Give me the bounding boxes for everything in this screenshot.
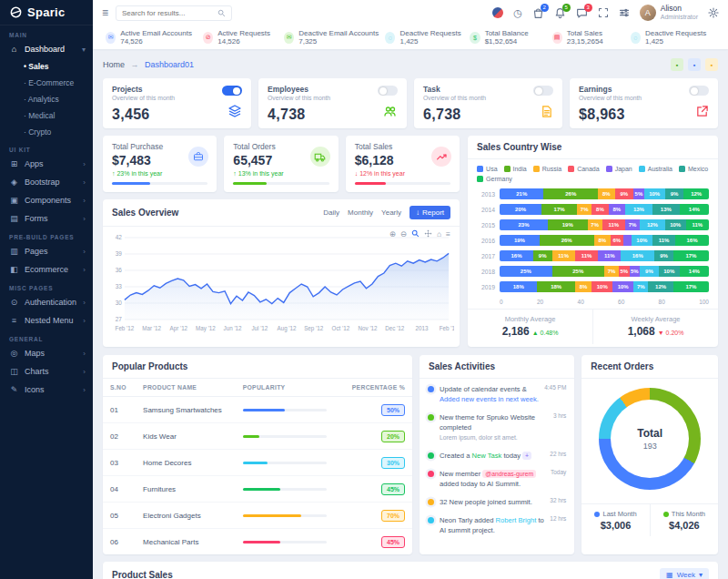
gear-icon[interactable] [708,7,719,18]
sales-overview-chart[interactable]: 423936333027Feb '12Mar '12Apr '12May '12… [108,229,454,343]
activity-badge[interactable]: @andreas-gurem [482,470,536,478]
sidebar-item-apps[interactable]: ⊞Apps› [0,155,93,173]
week-dropdown-button[interactable]: ▦ Week ▾ [660,568,709,579]
legend-item-canada[interactable]: Canada [568,166,600,172]
sidebar-item-nested-menu[interactable]: ≡Nested Menu› [0,311,93,330]
projects-toggle[interactable] [222,86,242,96]
stacked-bar[interactable]: 20%17%7%8%8%13%13%14% [500,204,709,215]
panel-title: Recent Orders [591,361,653,371]
orders-donut-chart[interactable]: Total 193 [599,388,701,490]
legend-swatch [679,166,685,172]
sidebar-subitem-sales[interactable]: • Sales [0,58,93,75]
activity-plain-text: Created a [440,452,471,460]
search-icon[interactable] [217,9,226,17]
range-daily[interactable]: Daily [323,208,339,217]
activity-link[interactable]: Added new events in next week. [440,395,539,403]
activity-badge[interactable]: + [522,452,531,460]
activity-item[interactable]: Update of calendar events & Added new ev… [428,384,566,404]
legend-item-japan[interactable]: Japan [606,166,632,172]
sidebar-item-pages[interactable]: ▥Pages› [0,242,93,260]
sidebar-item-icons[interactable]: ✎Icons› [0,381,93,399]
clock-icon[interactable]: ◷ [513,7,522,19]
column-header[interactable]: PERCENTAGE % [340,379,412,397]
chart-menu-icon[interactable]: ≡ [446,229,450,239]
selection-zoom-icon[interactable] [411,229,420,239]
sidebar-subitem-medical[interactable]: · Medical [0,107,93,124]
zoom-in-icon[interactable]: ⊕ [389,229,396,239]
stacked-bar[interactable]: 18%18%8%10%10%7%12%17% [500,281,709,292]
legend-item-australia[interactable]: Australia [639,166,672,172]
table-row[interactable]: 03Home Decores30% [103,450,412,476]
stacked-bar[interactable]: 21%26%8%9%5%10%9%12% [500,188,709,199]
sidebar-item-forms[interactable]: ▤Forms› [0,209,93,228]
quick-green-button[interactable]: ▪ [671,58,683,71]
activity-item[interactable]: 32 New people joined summit.32 hrs [428,497,566,507]
sidebar-item-charts[interactable]: ◫Charts› [0,362,93,381]
ribbon-item[interactable]: ✉Deactive Email Accounts 7,325 [284,29,385,46]
table-row[interactable]: 04Furnitures45% [103,476,412,503]
table-row[interactable]: 02Kids Wear20% [103,423,412,450]
activity-item[interactable]: New member @andreas-gurem added today to… [428,469,566,489]
column-header[interactable]: S.NO [103,379,136,397]
stacked-bar[interactable]: 23%19%7%11%7%12%10%11% [500,219,709,230]
report-button[interactable]: ↓Report [410,206,450,219]
sidebar-item-authentication[interactable]: ⊙Authentication› [0,293,93,311]
employees-toggle[interactable] [378,86,398,96]
activity-link[interactable]: Robert Bright [496,516,537,524]
app-logo[interactable]: Sparic [0,0,93,25]
country-bars-chart[interactable]: 201321%26%8%9%5%10%9%12%201420%17%7%8%8%… [468,184,718,292]
stacked-bar[interactable]: 16%9%11%11%11%16%9%17% [500,250,709,261]
sidebar-item-dashboard[interactable]: ⌂Dashboard▾ [0,40,93,58]
stacked-bar[interactable]: 19%26%8%6%10%11%16% [500,235,709,246]
sidebar-subitem-crypto[interactable]: · Crypto [0,124,93,140]
pan-icon[interactable] [424,229,432,239]
quick-yellow-button[interactable]: ▪ [705,58,718,71]
legend-item-india[interactable]: India [504,166,527,172]
ribbon-item[interactable]: ✉Active Email Accounts 74,526 [106,29,203,46]
legend-item-mexico[interactable]: Mexico [679,166,708,172]
ribbon-item[interactable]: ⊘Active Requests 14,526 [203,29,284,46]
search-input[interactable] [122,9,214,17]
user-menu[interactable]: A Alison Administrator [640,5,698,21]
ribbon-item[interactable]: ◌Deactive Requests 1,425 [385,29,470,46]
sidebar-subitem-e-commerce[interactable]: · E-Commerce [0,75,93,91]
settings-sliders-icon[interactable] [619,7,630,18]
legend-item-russia[interactable]: Russia [533,166,561,172]
bar-segment-mexico: 10% [665,219,686,230]
fullscreen-icon[interactable] [598,7,609,18]
table-row[interactable]: 05Electroni Gadgets70% [103,503,412,529]
legend-item-usa[interactable]: Usa [477,166,497,172]
sidebar-item-ecommerce[interactable]: ◧Ecommerce› [0,260,93,279]
ribbon-item[interactable]: $Total Balance $1,52,654 [470,29,551,46]
activity-link[interactable]: New Task [471,452,501,460]
breadcrumb-home[interactable]: Home [103,60,125,69]
activity-item[interactable]: Created a New Task today +22 hrs [428,451,566,461]
column-header[interactable]: POPULARITY [236,379,340,397]
messages-icon[interactable]: 3 [576,7,588,19]
quick-blue-button[interactable]: ▪ [688,58,701,71]
zoom-out-icon[interactable]: ⊖ [400,229,407,239]
table-row[interactable]: 06Mechanical Parts45% [103,529,412,555]
activity-item[interactable]: Neon Tarly added Robert Bright to AI sum… [428,515,566,535]
earnings-toggle[interactable] [689,86,709,96]
sidebar-item-bootstrap[interactable]: ◈Bootstrap› [0,173,93,191]
sidebar-item-maps[interactable]: ◎Maps› [0,344,93,362]
task-toggle[interactable] [533,86,553,96]
ribbon-item[interactable]: ▤Total Sales 23,15,2654 [552,29,631,46]
country-bar-row: 201825%25%7%5%5%9%10%14% [477,266,709,277]
column-header[interactable]: PRODUCT NAME [136,379,236,397]
stacked-bar[interactable]: 25%25%7%5%5%9%10%14% [500,266,709,277]
range-yearly[interactable]: Yearly [381,208,401,217]
ribbon-item[interactable]: ◌Deactive Requests 1,425 [631,29,715,46]
hamburger-menu-icon[interactable]: ≡ [102,6,108,19]
cart-icon[interactable]: 2 [532,7,544,19]
table-row[interactable]: 01Samsung Smartwatches50% [103,397,412,423]
notifications-bell-icon[interactable]: 5 [554,7,566,19]
legend-item-germany[interactable]: Germany [477,176,512,182]
home-icon[interactable]: ⌂ [437,229,441,239]
language-flag-icon[interactable] [492,7,503,18]
sidebar-item-components[interactable]: ▣Components› [0,191,93,209]
activity-item[interactable]: New theme for Spruko Website completedLo… [428,412,566,442]
sidebar-subitem-analytics[interactable]: · Analytics [0,91,93,107]
range-monthly[interactable]: Monthly [348,208,373,217]
